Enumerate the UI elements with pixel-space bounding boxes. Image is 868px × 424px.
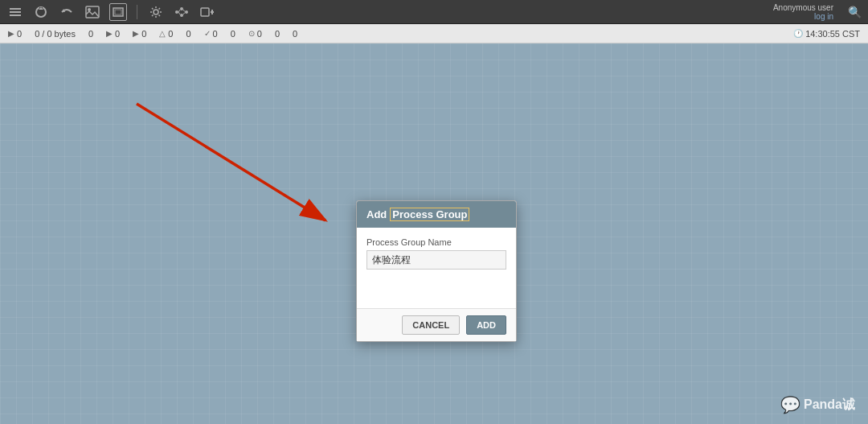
svg-line-15	[178, 12, 180, 14]
svg-rect-2	[10, 14, 21, 16]
status-count4-value: 0	[293, 29, 297, 39]
status-warning-icon: △	[159, 29, 166, 38]
wechat-icon: 💬	[780, 395, 800, 414]
statusbar: ▶ 0 0 / 0 bytes 0 ▶ 0 ▶ 0 △ 0 0 ✓ 0 0 ⊙ …	[0, 24, 868, 43]
status-read: ▶ 0	[106, 29, 120, 39]
process-group-name-input[interactable]	[366, 250, 506, 270]
status-in-value: 0	[88, 29, 93, 39]
status-read-icon: ▶	[106, 29, 113, 38]
dialog-add-process-group: Add Process Group Process Group Name CAN…	[356, 200, 517, 342]
dialog-title-pg: Process Group	[390, 208, 469, 221]
toolbar-settings-icon[interactable]	[147, 3, 165, 21]
dialog-footer: CANCEL ADD	[357, 308, 516, 341]
status-warning: △ 0	[159, 29, 173, 39]
status-bytes-value: 0 / 0 bytes	[35, 29, 76, 39]
dialog-spacer	[366, 270, 506, 302]
watermark: 💬 Panda诚	[780, 395, 855, 414]
svg-line-16	[183, 10, 185, 12]
status-count4: 0	[293, 29, 297, 39]
status-count1-value: 0	[186, 29, 190, 39]
status-clock-icon: 🕐	[793, 29, 803, 38]
toolbar-flow-icon[interactable]	[173, 3, 190, 21]
svg-point-10	[175, 10, 178, 14]
add-button[interactable]: ADD	[466, 315, 506, 335]
status-circle-icon: ⊙	[248, 29, 255, 38]
status-queued-value: 0	[17, 29, 22, 39]
toolbar-sep1	[137, 5, 137, 19]
status-success-value: 0	[213, 29, 218, 39]
toolbar-search-icon[interactable]: 🔍	[848, 6, 862, 19]
dialog-body: Process Group Name	[357, 228, 516, 308]
status-in: 0	[88, 29, 93, 39]
svg-line-14	[178, 10, 180, 12]
toolbar-login[interactable]: log in	[773, 12, 833, 21]
toolbar-home-icon[interactable]	[6, 3, 24, 21]
dialog-title-add: Add	[366, 208, 387, 220]
status-queued-icon: ▶	[8, 29, 14, 38]
status-warning-value: 0	[168, 29, 173, 39]
status-write-value: 0	[141, 29, 146, 39]
status-count3-value: 0	[275, 29, 280, 39]
status-write-icon: ▶	[133, 29, 139, 38]
svg-point-9	[154, 10, 158, 14]
toolbar-username: Anonymous user	[773, 3, 833, 12]
toolbar-image-icon[interactable]	[84, 3, 101, 21]
status-bytes: 0 / 0 bytes	[35, 29, 76, 39]
dialog-header: Add Process Group	[357, 201, 516, 228]
toolbar-undo-icon[interactable]	[58, 3, 76, 21]
status-circle-value: 0	[257, 29, 262, 39]
dialog-input-label: Process Group Name	[366, 237, 506, 247]
svg-rect-1	[10, 11, 21, 13]
toolbar-frame-icon[interactable]	[109, 3, 127, 21]
status-count2-value: 0	[231, 29, 235, 39]
svg-point-12	[180, 14, 183, 17]
cancel-button[interactable]: CANCEL	[402, 315, 460, 335]
status-read-value: 0	[115, 29, 120, 39]
status-write: ▶ 0	[133, 29, 146, 39]
red-arrow	[88, 88, 378, 241]
status-count1: 0	[186, 29, 190, 39]
status-success: ✓ 0	[204, 29, 218, 39]
status-success-icon: ✓	[204, 29, 211, 38]
status-time: 🕐 14:30:55 CST	[793, 29, 860, 39]
canvas-area[interactable]: Add Process Group Process Group Name CAN…	[0, 43, 868, 424]
status-time-value: 14:30:55 CST	[805, 29, 860, 39]
svg-line-22	[137, 104, 326, 220]
svg-line-17	[183, 12, 185, 14]
svg-rect-8	[115, 10, 121, 14]
status-count3: 0	[275, 29, 280, 39]
toolbar: Anonymous user log in 🔍	[0, 0, 868, 24]
toolbar-add-icon[interactable]	[199, 3, 216, 21]
svg-point-11	[180, 7, 183, 10]
status-count2: 0	[231, 29, 235, 39]
svg-rect-18	[201, 8, 209, 16]
status-circle: ⊙ 0	[248, 29, 262, 39]
svg-point-13	[185, 10, 188, 14]
watermark-text: Panda诚	[804, 397, 855, 414]
status-queued: ▶ 0	[8, 29, 22, 39]
svg-rect-0	[10, 8, 21, 10]
toolbar-refresh-icon[interactable]	[32, 3, 50, 21]
toolbar-user-info: Anonymous user log in	[773, 3, 833, 21]
